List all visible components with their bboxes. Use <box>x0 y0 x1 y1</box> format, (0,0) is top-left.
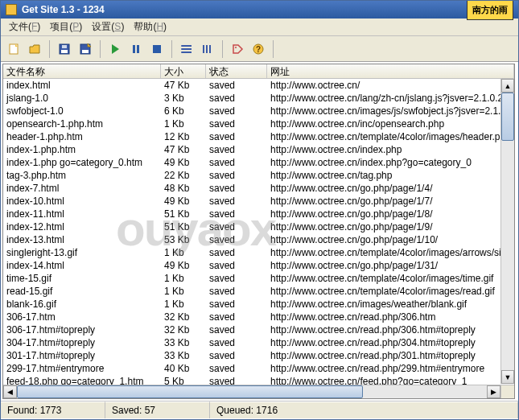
table-row[interactable]: singleright-13.gif1 Kbsavedhttp://www.oc… <box>3 246 514 259</box>
svg-rect-2 <box>61 50 68 53</box>
column-url[interactable]: 网址 <box>267 64 514 78</box>
help-button[interactable]: ? <box>249 39 268 59</box>
cell-url: http://www.octree.cn/read.php/299.htm#en… <box>267 362 514 375</box>
cell-name: jslang-1.0 <box>3 92 161 105</box>
list-view-button[interactable] <box>177 39 196 59</box>
scroll-down-arrow[interactable]: ▼ <box>501 370 514 384</box>
cell-state: saved <box>206 233 267 246</box>
table-row[interactable]: 304-17.htm#topreply33 Kbsavedhttp://www.… <box>3 336 514 349</box>
play-button[interactable] <box>105 39 125 59</box>
cell-url: http://www.octree.cn/lang/zh-cn/jslang.j… <box>267 92 514 105</box>
pause-button[interactable] <box>126 39 146 59</box>
table-row[interactable]: index-13.html53 Kbsavedhttp://www.octree… <box>3 233 514 246</box>
stop-button[interactable] <box>147 39 167 59</box>
save-as-button[interactable] <box>76 39 95 59</box>
cell-state: saved <box>206 362 267 375</box>
cell-url: http://www.octree.cn/template/4color/ima… <box>267 130 514 143</box>
column-name[interactable]: 文件名称 <box>3 64 161 78</box>
cell-size: 22 Kb <box>161 169 206 182</box>
table-row[interactable]: read-15.gif1 Kbsavedhttp://www.octree.cn… <box>3 285 514 298</box>
table-row[interactable]: 306-17.htm#topreply32 Kbsavedhttp://www.… <box>3 323 514 336</box>
rows-container: index.html47 Kbsavedhttp://www.octree.cn… <box>3 79 514 385</box>
new-button[interactable] <box>4 39 23 59</box>
vertical-scrollbar[interactable]: ▲ ▼ <box>500 79 514 384</box>
cell-name: index.html <box>3 79 161 92</box>
save-button[interactable] <box>55 39 74 59</box>
cell-state: saved <box>206 156 267 169</box>
cell-size: 1 Kb <box>161 117 206 130</box>
scroll-v-thumb[interactable] <box>501 93 514 141</box>
table-row[interactable]: index-12.html51 Kbsavedhttp://www.octree… <box>3 220 514 233</box>
cell-name: index-12.html <box>3 220 161 233</box>
svg-rect-7 <box>137 45 139 53</box>
cell-state: saved <box>206 195 267 208</box>
cell-name: index-10.html <box>3 195 161 208</box>
cell-state: saved <box>206 285 267 298</box>
table-row[interactable]: header-1.php.htm12 Kbsavedhttp://www.oct… <box>3 130 514 143</box>
menu-settings[interactable]: 设置(S) <box>87 19 129 35</box>
table-row[interactable]: feed-18.php go=category_1.htm5 Kbsavedht… <box>3 375 514 385</box>
scroll-h-thumb[interactable] <box>17 385 363 398</box>
table-row[interactable]: index-11.html51 Kbsavedhttp://www.octree… <box>3 208 514 220</box>
cell-size: 33 Kb <box>161 349 206 362</box>
column-size[interactable]: 大小 <box>161 64 206 78</box>
window-title: Get Site 1.3 - 1234 <box>22 1 467 19</box>
table-row[interactable]: opensearch-1.php.htm1 Kbsavedhttp://www.… <box>3 117 514 130</box>
separator <box>100 40 101 58</box>
cell-state: saved <box>206 298 267 311</box>
table-row[interactable]: blank-16.gif1 Kbsavedhttp://www.octree.c… <box>3 298 514 311</box>
scroll-right-arrow[interactable]: ▶ <box>487 385 500 398</box>
scroll-v-track[interactable] <box>501 93 514 370</box>
tag-button[interactable] <box>228 39 247 59</box>
cell-size: 12 Kb <box>161 130 206 143</box>
cell-size: 1 Kb <box>161 246 206 259</box>
cell-name: feed-18.php go=category_1.htm <box>3 375 161 385</box>
table-row[interactable]: index-1.php go=category_0.htm49 Kbsavedh… <box>3 156 514 169</box>
titlebar: Get Site 1.3 - 1234 南方的雨 <box>1 1 518 19</box>
scroll-up-arrow[interactable]: ▲ <box>501 79 514 93</box>
menu-help[interactable]: 帮助(H) <box>129 19 171 35</box>
cell-state: saved <box>206 323 267 336</box>
svg-point-12 <box>181 45 183 47</box>
menubar: 文件(F) 项目(P) 设置(S) 帮助(H) <box>1 19 518 36</box>
table-row[interactable]: 299-17.htm#entrymore40 Kbsavedhttp://www… <box>3 362 514 375</box>
cell-url: http://www.octree.cn/images/weather/blan… <box>267 298 514 311</box>
svg-rect-8 <box>153 45 161 53</box>
cell-name: time-15.gif <box>3 272 161 285</box>
cell-url: http://www.octree.cn/go.php/page/1/31/ <box>267 259 514 272</box>
cell-state: saved <box>206 79 267 92</box>
cell-size: 40 Kb <box>161 362 206 375</box>
table-row[interactable]: index-7.html48 Kbsavedhttp://www.octree.… <box>3 182 514 195</box>
table-row[interactable]: 301-17.htm#topreply33 Kbsavedhttp://www.… <box>3 349 514 362</box>
scroll-left-arrow[interactable]: ◀ <box>3 385 17 398</box>
menu-file[interactable]: 文件(F) <box>4 19 45 35</box>
cell-size: 1 Kb <box>161 285 206 298</box>
cell-url: http://www.octree.cn/images/js/swfobject… <box>267 105 514 117</box>
cell-state: saved <box>206 182 267 195</box>
cell-url: http://www.octree.cn/inc/opensearch.php <box>267 117 514 130</box>
cell-size: 49 Kb <box>161 156 206 169</box>
column-state[interactable]: 状态 <box>206 64 267 78</box>
table-row[interactable]: time-15.gif1 Kbsavedhttp://www.octree.cn… <box>3 272 514 285</box>
table-row[interactable]: 306-17.htm32 Kbsavedhttp://www.octree.cn… <box>3 311 514 323</box>
cell-size: 6 Kb <box>161 105 206 117</box>
table-row[interactable]: swfobject-1.06 Kbsavedhttp://www.octree.… <box>3 105 514 117</box>
table-row[interactable]: tag-3.php.htm22 Kbsavedhttp://www.octree… <box>3 169 514 182</box>
table-row[interactable]: index-1.php.htm47 Kbsavedhttp://www.octr… <box>3 143 514 156</box>
cell-name: 306-17.htm#topreply <box>3 323 161 336</box>
table-row[interactable]: jslang-1.03 Kbsavedhttp://www.octree.cn/… <box>3 92 514 105</box>
table-row[interactable]: index-10.html49 Kbsavedhttp://www.octree… <box>3 195 514 208</box>
cell-name: tag-3.php.htm <box>3 169 161 182</box>
cell-url: http://www.octree.cn/template/4color/ima… <box>267 272 514 285</box>
svg-point-18 <box>235 47 237 48</box>
table-row[interactable]: index-14.html49 Kbsavedhttp://www.octree… <box>3 259 514 272</box>
open-button[interactable] <box>25 39 44 59</box>
table-row[interactable]: index.html47 Kbsavedhttp://www.octree.cn… <box>3 79 514 92</box>
cell-state: saved <box>206 375 267 385</box>
menu-project[interactable]: 项目(P) <box>45 19 87 35</box>
svg-rect-3 <box>62 45 67 48</box>
app-icon <box>6 4 17 15</box>
horizontal-scrollbar[interactable]: ◀ ▶ <box>3 385 500 398</box>
details-view-button[interactable] <box>198 39 217 59</box>
scroll-h-track[interactable] <box>17 385 487 398</box>
